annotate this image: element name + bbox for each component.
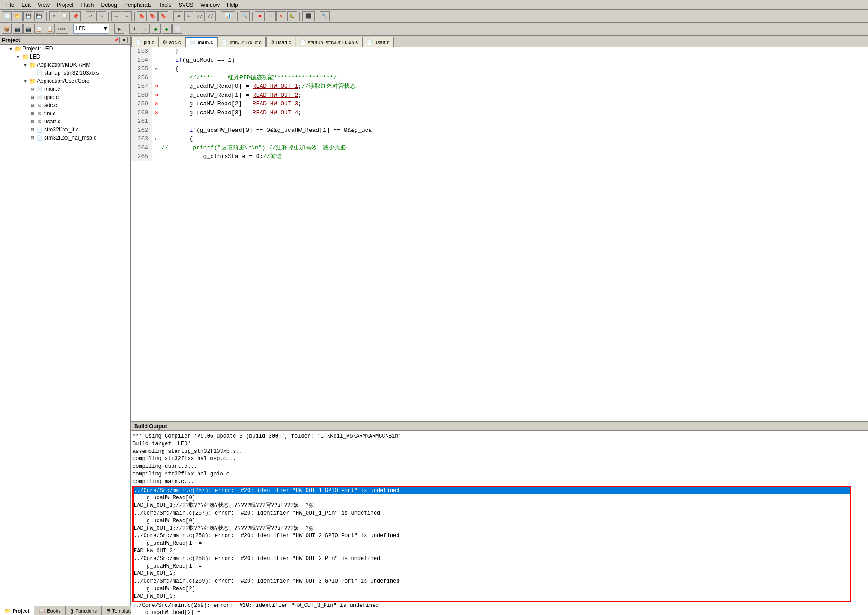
tb2-btn5[interactable]: 📋	[45, 24, 55, 34]
copy-btn[interactable]: 📋	[60, 11, 70, 21]
ln-265: 265	[131, 152, 152, 161]
menu-svcs[interactable]: SVCS	[175, 1, 197, 9]
menu-peripherals[interactable]: Peripherals	[121, 1, 155, 9]
breakpoint-btn[interactable]: ●	[255, 11, 265, 21]
menu-help[interactable]: Help	[223, 1, 242, 9]
editor-tab-stm32-it[interactable]: 📄 stm32f1xx_it.c	[217, 37, 265, 47]
ln-256: 256	[131, 73, 152, 82]
debug-btn[interactable]: 🐛	[287, 11, 297, 21]
tree-item-mdk-arm[interactable]: ▼ 📁 Application/MDK-ARM	[0, 61, 130, 69]
tree-label-tim-c: tim.c	[44, 110, 55, 117]
tree-item-usart-c[interactable]: ⊞ ⚙ usart.c	[0, 118, 130, 126]
target-dropdown[interactable]: LED ▼	[73, 24, 109, 34]
tree-item-project[interactable]: ▼ 📁 Project: LED	[0, 45, 130, 53]
code-256: ///**** 红外PID循迹功能*****************/	[161, 73, 868, 82]
download-btn[interactable]: ⬇	[129, 24, 139, 34]
build-line-20: g_ucaHW_Read[2] =	[134, 585, 850, 593]
tree-item-stm32-it[interactable]: ⊞ 📄 stm32f1xx_it.c	[0, 126, 130, 134]
ln-264: 264	[131, 144, 152, 153]
cut-btn[interactable]: ✂	[49, 11, 59, 21]
paste-btn[interactable]: 📌	[71, 11, 81, 21]
tree-item-adc-c[interactable]: ⊞ ⚙ adc.c	[0, 101, 130, 109]
tree-item-user-core[interactable]: ▼ 📁 Application/User/Core	[0, 77, 130, 85]
tree-label-led: LED	[30, 54, 40, 60]
menu-tools[interactable]: Tools	[155, 1, 175, 9]
build-section: Build Output *** Using Compiler 'V5.06 u…	[131, 421, 868, 615]
save-all-btn[interactable]: 💾	[34, 11, 44, 21]
build-line-15: EAD_HW_OUT_2;	[134, 547, 850, 555]
new-file-btn[interactable]: 📄	[2, 11, 12, 21]
editor-tab-usarth[interactable]: 📄 usart.h	[362, 37, 394, 47]
tab-project[interactable]: 📁 Project	[0, 606, 34, 615]
monitor-btn[interactable]: 📊	[221, 11, 235, 21]
editor-tab-usart-icon: ⚙	[270, 39, 275, 45]
nav-back-btn[interactable]: ←	[111, 11, 121, 21]
build-line-error-1[interactable]: ../Core/Src/main.c(257): error: #20: ide…	[134, 487, 850, 495]
code-area[interactable]: 253 } 254 if(g_ucMode == 1) 255 ⊟	[131, 47, 868, 421]
build-output-title: Build Output	[134, 423, 167, 430]
build-line-21: EAD_HW_OUT_3;	[134, 593, 850, 601]
diamond-btn[interactable]: ◆	[151, 24, 161, 34]
build-run-btn[interactable]: ▶	[114, 24, 124, 34]
menu-view[interactable]: View	[34, 1, 53, 9]
editor-tab-main[interactable]: 📄 main.c	[185, 37, 217, 47]
code-line-259: 259 ✕ g_ucaHW_Read[2] = READ_HW_OUT_3;	[131, 99, 868, 109]
tree-item-tim-c[interactable]: ⊞ ⚙ tim.c	[0, 109, 130, 118]
comment-btn[interactable]: //	[195, 11, 205, 21]
open-btn[interactable]: 📂	[13, 11, 23, 21]
code-line-257: 257 ✕ g_ucaHW_Read[0] = READ_HW_OUT_1;//…	[131, 82, 868, 91]
tab-project-icon: 📁	[5, 608, 11, 614]
build-output-content[interactable]: *** Using Compiler 'V5.06 update 3 (buil…	[131, 431, 868, 615]
save-btn[interactable]: 💾	[23, 11, 33, 21]
tab-functions[interactable]: {} Functions	[66, 606, 102, 615]
menu-file[interactable]: File	[2, 1, 18, 9]
sep13	[127, 24, 127, 33]
editor-tab-pid[interactable]: 📄 pid.c	[131, 37, 158, 47]
editor-tab-adc[interactable]: ⚙ adc.c	[158, 37, 185, 47]
editor-tab-startup-icon: 📄	[300, 39, 306, 45]
uncomment-btn[interactable]: //	[206, 11, 216, 21]
code-line-260: 260 ✕ g_ucaHW_Read[3] = READ_HW_OUT_4;	[131, 109, 868, 118]
redo-btn[interactable]: ↪	[96, 11, 106, 21]
editor-tab-usart[interactable]: ⚙ usart.c	[266, 37, 295, 47]
tree-item-gpio-c[interactable]: ⊞ 📄 gpio.c	[0, 93, 130, 101]
editor-tab-startup[interactable]: 📄 startup_stm32f103xb.s	[296, 37, 362, 47]
undo-btn[interactable]: ↩	[86, 11, 95, 21]
code-line-265: 265 g_cThisState = 0;//前进	[131, 152, 868, 161]
menu-project[interactable]: Project	[53, 1, 77, 9]
bookmark-btn[interactable]: 🔖	[137, 11, 147, 21]
code-259: g_ucaHW_Read[2] = READ_HW_OUT_3;	[161, 99, 868, 109]
panel-pin-btn[interactable]: 📌	[113, 37, 120, 43]
stop-btn[interactable]: ✕	[276, 11, 286, 21]
tree-item-led[interactable]: ▼ 📁 LED	[0, 53, 130, 61]
config-btn[interactable]: ⬛	[302, 11, 315, 21]
bookmark3-btn[interactable]: 🔖	[158, 11, 168, 21]
menu-window[interactable]: Window	[197, 1, 223, 9]
diamond2-btn[interactable]: ◆	[162, 24, 172, 34]
square-btn[interactable]: ⬜	[172, 24, 182, 34]
panel-tabs: 📁 Project 📖 Books {} Functions ⊞ Templat…	[0, 606, 130, 615]
unindent-btn[interactable]: ⇤	[184, 11, 194, 21]
tab-books-icon: 📖	[39, 608, 45, 614]
code-262: if(g_ucaHW_Read[0] == 0&&g_ucaHW_Read[1]…	[161, 126, 868, 135]
wrench-btn[interactable]: 🔧	[320, 11, 330, 21]
tree-item-main-c[interactable]: ⊞ 📄 main.c	[0, 85, 130, 93]
panel-close-btn[interactable]: ✕	[121, 37, 128, 43]
tab-books[interactable]: 📖 Books	[34, 606, 66, 615]
tb2-btn1[interactable]: 📦	[2, 24, 12, 34]
tb2-btn4[interactable]: 📋	[34, 24, 44, 34]
tree-item-hal-msp[interactable]: ⊞ 📄 stm32f1xx_hal_msp.c	[0, 134, 130, 142]
download2-btn[interactable]: ⬇	[140, 24, 150, 34]
menu-debug[interactable]: Debug	[98, 1, 121, 9]
run-btn[interactable]: ○	[266, 11, 276, 21]
tb2-btn3[interactable]: 📷	[23, 24, 33, 34]
code-line-255: 255 ⊟ {	[131, 64, 868, 73]
nav-fwd-btn[interactable]: →	[122, 11, 132, 21]
tree-item-startup[interactable]: + 📄 startup_stm32f103xb.s	[0, 69, 130, 77]
menu-flash[interactable]: Flash	[77, 1, 97, 9]
indent-btn[interactable]: ⇥	[173, 11, 183, 21]
search-btn[interactable]: 🔍	[240, 11, 250, 21]
tb2-btn2[interactable]: 📷	[13, 24, 23, 34]
bookmark2-btn[interactable]: 🔖	[148, 11, 158, 21]
menu-edit[interactable]: Edit	[18, 1, 34, 9]
